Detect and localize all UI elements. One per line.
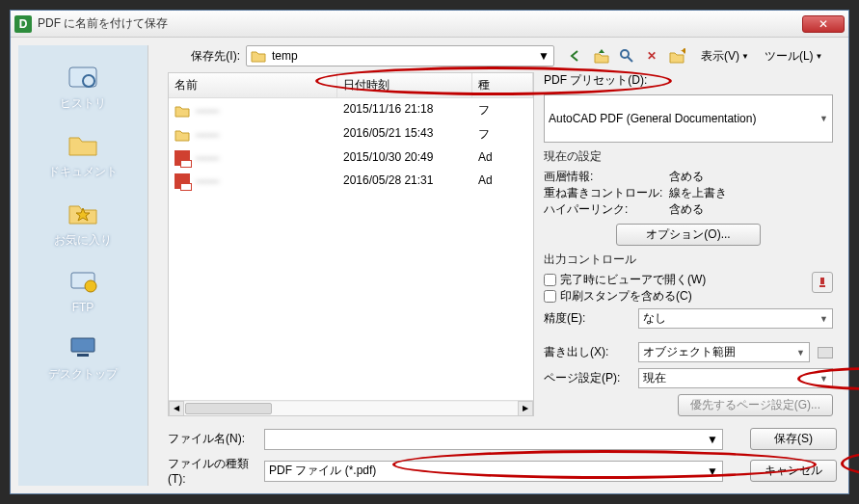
col-type[interactable]: 種 — [472, 73, 533, 97]
filename-combo[interactable]: ▼ — [264, 429, 723, 450]
file-list-body: —— 2015/11/16 21:18 フ —— 2016/05/21 15:4… — [169, 98, 533, 400]
page-setup-combo[interactable]: 現在 ▼ — [638, 368, 833, 388]
search-button[interactable] — [618, 47, 635, 65]
open-viewer-checkbox[interactable]: 完了時にビューアで開く(W) — [544, 273, 706, 286]
places-sidebar: ヒストリ ドキュメント お気に入り FTP — [18, 45, 148, 486]
history-icon — [64, 59, 102, 93]
app-icon: D — [14, 15, 32, 33]
chevron-down-icon: ▼ — [796, 348, 805, 358]
sidebar-item-label: お気に入り — [54, 232, 112, 249]
view-menu[interactable]: 表示(V) ▼ — [701, 48, 749, 65]
save-to-value: temp — [272, 49, 532, 63]
file-list-header: 名前 日付時刻 種 — [169, 73, 533, 98]
chevron-down-icon: ▼ — [819, 374, 828, 384]
filename-label: ファイル名(N): — [168, 431, 256, 447]
file-row[interactable]: —— 2016/05/28 21:31 Ad — [169, 170, 533, 193]
file-row[interactable]: —— 2015/11/16 21:18 フ — [169, 98, 533, 122]
documents-icon — [64, 127, 102, 162]
path-toolbar: ✕ ✦ — [568, 47, 685, 65]
pdf-icon — [174, 150, 190, 166]
page-setup-label: ページ設定(P): — [544, 370, 631, 386]
save-pdf-dialog: D PDF に名前を付けて保存 ✕ ヒストリ ドキュメント — [10, 10, 849, 494]
precision-label: 精度(E): — [544, 310, 631, 327]
up-folder-button[interactable] — [593, 47, 610, 65]
file-row[interactable]: —— 2016/05/21 15:43 フ — [169, 122, 533, 146]
pdf-preset-label: PDF プリセット(D): — [544, 72, 833, 89]
file-list: 名前 日付時刻 種 —— 2015/11/16 21:18 フ —— 2016/… — [168, 72, 534, 416]
chevron-down-icon: ▼ — [816, 52, 823, 61]
chevron-down-icon: ▼ — [819, 114, 828, 123]
pdf-preset-combo[interactable]: AutoCAD PDF (General Documentation) ▼ — [544, 94, 833, 143]
print-stamp-checkbox[interactable]: 印刷スタンプを含める(C) — [544, 289, 692, 303]
window-title: PDF に名前を付けて保存 — [38, 15, 802, 32]
scroll-thumb[interactable] — [185, 403, 272, 414]
stamp-button[interactable] — [812, 272, 833, 293]
folder-icon — [251, 49, 266, 63]
svg-text:✦: ✦ — [680, 48, 685, 58]
svg-point-4 — [85, 280, 96, 292]
chevron-down-icon: ▼ — [819, 314, 828, 324]
save-to-label: 保存先(I): — [168, 48, 240, 65]
sidebar-item-label: FTP — [72, 301, 94, 314]
sidebar-item-favorites[interactable]: お気に入り — [18, 192, 148, 252]
options-button[interactable]: オプション(O)... — [616, 224, 761, 246]
back-button[interactable] — [568, 47, 585, 65]
horizontal-scrollbar[interactable]: ◀ ▶ — [169, 400, 533, 415]
output-control-group: 出力コントロール 完了時にビューアで開く(W) 印刷スタンプを含める(C) — [544, 252, 833, 329]
override-page-setup-button[interactable]: 優先するページ設定(G)... — [678, 394, 833, 416]
svg-rect-6 — [77, 354, 89, 357]
sidebar-item-label: ヒストリ — [60, 95, 106, 112]
sidebar-item-label: ドキュメント — [48, 164, 118, 180]
save-to-combo[interactable]: temp ▼ — [246, 45, 554, 66]
svg-rect-5 — [71, 338, 94, 352]
chevron-down-icon: ▼ — [538, 49, 550, 63]
sidebar-item-documents[interactable]: ドキュメント — [18, 123, 148, 184]
chevron-down-icon: ▼ — [707, 464, 718, 478]
sidebar-item-label: デスクトップ — [48, 366, 118, 383]
sidebar-item-ftp[interactable]: FTP — [18, 260, 148, 318]
file-row[interactable]: —— 2015/10/30 20:49 Ad — [169, 146, 533, 170]
svg-line-8 — [628, 57, 632, 62]
favorites-icon — [64, 196, 102, 230]
precision-combo[interactable]: なし ▼ — [638, 308, 833, 329]
col-name[interactable]: 名前 — [169, 73, 337, 97]
export-combo[interactable]: オブジェクト範囲 ▼ — [638, 342, 810, 362]
export-label: 書き出し(X): — [544, 344, 631, 360]
annotation-ellipse — [841, 450, 859, 477]
current-settings-group: 現在の設定 画層情報:含める 重ね書きコントロール:線を上書き ハイパーリンク:… — [544, 148, 833, 246]
pick-window-button[interactable] — [818, 347, 833, 358]
close-icon: ✕ — [819, 17, 828, 31]
pdf-icon — [174, 173, 190, 189]
filetype-combo[interactable]: PDF ファイル (*.pdf) ▼ — [264, 461, 723, 482]
settings-panel: PDF プリセット(D): AutoCAD PDF (General Docum… — [544, 72, 837, 416]
ftp-icon — [64, 264, 102, 299]
main-area: 保存先(I): temp ▼ ✕ ✦ 表示(V) ▼ — [156, 38, 848, 493]
cancel-button[interactable]: キャンセル — [750, 460, 837, 482]
col-date[interactable]: 日付時刻 — [337, 73, 472, 97]
sidebar-item-history[interactable]: ヒストリ — [18, 55, 148, 116]
sidebar-item-desktop[interactable]: デスクトップ — [18, 326, 148, 386]
chevron-down-icon: ▼ — [741, 52, 749, 61]
bottom-area: ファイル名(N): ▼ 保存(S) ファイルの種類(T): PDF ファイル (… — [168, 422, 837, 486]
folder-icon — [174, 104, 190, 118]
scroll-right-icon[interactable]: ▶ — [518, 401, 533, 416]
svg-point-7 — [621, 50, 629, 58]
delete-button[interactable]: ✕ — [643, 47, 660, 65]
filetype-label: ファイルの種類(T): — [168, 456, 256, 486]
tools-menu[interactable]: ツール(L) ▼ — [765, 48, 823, 65]
close-button[interactable]: ✕ — [802, 15, 845, 33]
desktop-icon — [64, 330, 102, 364]
titlebar: D PDF に名前を付けて保存 ✕ — [11, 11, 848, 38]
chevron-down-icon: ▼ — [707, 433, 718, 446]
new-folder-button[interactable]: ✦ — [668, 47, 685, 65]
folder-icon — [174, 128, 190, 142]
scroll-left-icon[interactable]: ◀ — [169, 401, 184, 416]
save-button[interactable]: 保存(S) — [750, 428, 837, 450]
